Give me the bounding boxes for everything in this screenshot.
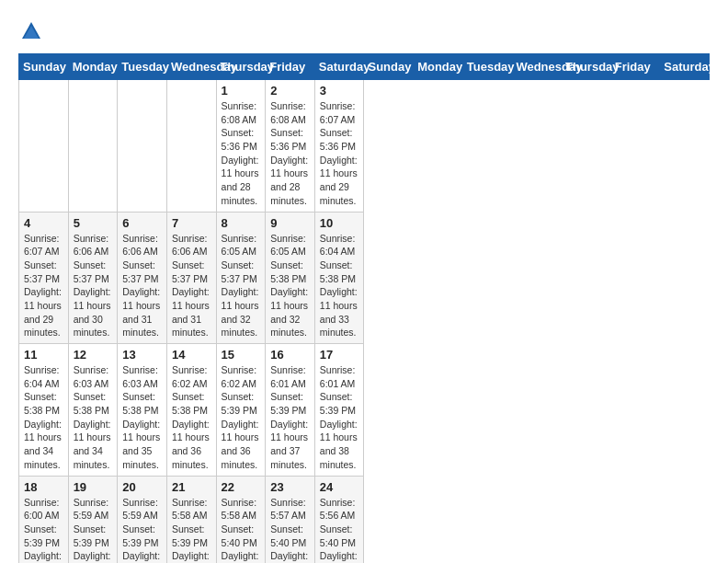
day-number: 9 [270, 216, 310, 230]
calendar-cell: 12Sunrise: 6:03 AM Sunset: 5:38 PM Dayli… [68, 344, 118, 477]
calendar-cell: 23Sunrise: 5:57 AM Sunset: 5:40 PM Dayli… [266, 476, 315, 563]
calendar-cell: 11Sunrise: 6:04 AM Sunset: 5:38 PM Dayli… [19, 344, 69, 477]
day-number: 18 [24, 480, 63, 494]
column-header-thursday: Thursday [562, 54, 611, 80]
day-info: Sunrise: 6:04 AM Sunset: 5:38 PM Dayligh… [24, 363, 63, 472]
day-number: 10 [320, 216, 359, 230]
column-header-wednesday: Wednesday [166, 54, 216, 80]
calendar-cell: 24Sunrise: 5:56 AM Sunset: 5:40 PM Dayli… [314, 476, 364, 563]
day-number: 2 [270, 84, 310, 98]
calendar-cell: 15Sunrise: 6:02 AM Sunset: 5:39 PM Dayli… [216, 344, 266, 477]
day-number: 16 [270, 348, 310, 362]
day-number: 7 [172, 216, 211, 230]
day-info: Sunrise: 6:01 AM Sunset: 5:39 PM Dayligh… [270, 363, 310, 472]
page-header [18, 18, 710, 44]
calendar-cell: 1Sunrise: 6:08 AM Sunset: 5:36 PM Daylig… [216, 80, 266, 213]
day-number: 17 [320, 348, 359, 362]
day-number: 13 [122, 348, 162, 362]
column-header-friday: Friday [266, 54, 315, 80]
calendar-cell: 8Sunrise: 6:05 AM Sunset: 5:37 PM Daylig… [216, 212, 266, 344]
day-info: Sunrise: 6:07 AM Sunset: 5:37 PM Dayligh… [24, 232, 63, 340]
column-header-tuesday: Tuesday [118, 54, 167, 80]
calendar-cell: 16Sunrise: 6:01 AM Sunset: 5:39 PM Dayli… [266, 344, 315, 477]
calendar-cell [68, 80, 118, 213]
day-info: Sunrise: 6:08 AM Sunset: 5:36 PM Dayligh… [270, 99, 310, 208]
calendar-cell: 9Sunrise: 6:05 AM Sunset: 5:38 PM Daylig… [266, 212, 315, 344]
column-header-sunday: Sunday [19, 54, 69, 80]
calendar-week-row: 1Sunrise: 6:08 AM Sunset: 5:36 PM Daylig… [19, 80, 710, 213]
calendar-cell: 10Sunrise: 6:04 AM Sunset: 5:38 PM Dayli… [314, 212, 364, 344]
logo-icon [18, 18, 44, 44]
column-header-wednesday: Wednesday [512, 54, 562, 80]
column-header-friday: Friday [610, 54, 660, 80]
column-header-thursday: Thursday [216, 54, 266, 80]
day-info: Sunrise: 6:06 AM Sunset: 5:37 PM Dayligh… [122, 232, 162, 340]
column-header-monday: Monday [68, 54, 118, 80]
day-info: Sunrise: 6:03 AM Sunset: 5:38 PM Dayligh… [74, 363, 113, 472]
calendar-week-row: 4Sunrise: 6:07 AM Sunset: 5:37 PM Daylig… [19, 212, 710, 344]
day-info: Sunrise: 6:06 AM Sunset: 5:37 PM Dayligh… [74, 232, 113, 340]
column-header-sunday: Sunday [364, 54, 414, 80]
day-info: Sunrise: 6:07 AM Sunset: 5:36 PM Dayligh… [320, 99, 359, 208]
calendar-cell: 22Sunrise: 5:58 AM Sunset: 5:40 PM Dayli… [216, 476, 266, 563]
day-number: 4 [24, 216, 63, 230]
day-info: Sunrise: 6:05 AM Sunset: 5:37 PM Dayligh… [222, 232, 261, 340]
day-number: 15 [222, 348, 261, 362]
calendar-cell: 6Sunrise: 6:06 AM Sunset: 5:37 PM Daylig… [118, 212, 167, 344]
day-number: 14 [172, 348, 211, 362]
day-info: Sunrise: 5:58 AM Sunset: 5:39 PM Dayligh… [172, 496, 211, 564]
column-header-monday: Monday [414, 54, 463, 80]
day-number: 3 [320, 84, 359, 98]
calendar-cell [19, 80, 69, 213]
calendar-header-row: SundayMondayTuesdayWednesdayThursdayFrid… [19, 54, 710, 80]
calendar-cell: 13Sunrise: 6:03 AM Sunset: 5:38 PM Dayli… [118, 344, 167, 477]
column-header-saturday: Saturday [314, 54, 364, 80]
calendar-cell: 17Sunrise: 6:01 AM Sunset: 5:39 PM Dayli… [314, 344, 364, 477]
calendar-cell: 2Sunrise: 6:08 AM Sunset: 5:36 PM Daylig… [266, 80, 315, 213]
day-info: Sunrise: 6:02 AM Sunset: 5:39 PM Dayligh… [222, 363, 261, 472]
calendar-cell: 21Sunrise: 5:58 AM Sunset: 5:39 PM Dayli… [166, 476, 216, 563]
day-number: 5 [74, 216, 113, 230]
calendar-table: SundayMondayTuesdayWednesdayThursdayFrid… [18, 53, 710, 563]
calendar-cell [118, 80, 167, 213]
day-number: 24 [320, 480, 359, 494]
day-number: 19 [74, 480, 113, 494]
day-info: Sunrise: 6:03 AM Sunset: 5:38 PM Dayligh… [122, 363, 162, 472]
calendar-cell [166, 80, 216, 213]
calendar-cell: 19Sunrise: 5:59 AM Sunset: 5:39 PM Dayli… [68, 476, 118, 563]
day-info: Sunrise: 5:57 AM Sunset: 5:40 PM Dayligh… [270, 496, 310, 564]
day-info: Sunrise: 6:00 AM Sunset: 5:39 PM Dayligh… [24, 496, 63, 564]
day-info: Sunrise: 6:02 AM Sunset: 5:38 PM Dayligh… [172, 363, 211, 472]
day-info: Sunrise: 6:06 AM Sunset: 5:37 PM Dayligh… [172, 232, 211, 340]
day-info: Sunrise: 6:08 AM Sunset: 5:36 PM Dayligh… [222, 99, 261, 208]
day-number: 8 [222, 216, 261, 230]
calendar-cell: 4Sunrise: 6:07 AM Sunset: 5:37 PM Daylig… [19, 212, 69, 344]
calendar-cell: 14Sunrise: 6:02 AM Sunset: 5:38 PM Dayli… [166, 344, 216, 477]
day-info: Sunrise: 5:56 AM Sunset: 5:40 PM Dayligh… [320, 496, 359, 564]
calendar-cell: 7Sunrise: 6:06 AM Sunset: 5:37 PM Daylig… [166, 212, 216, 344]
day-number: 21 [172, 480, 211, 494]
calendar-cell: 5Sunrise: 6:06 AM Sunset: 5:37 PM Daylig… [68, 212, 118, 344]
day-number: 22 [222, 480, 261, 494]
day-number: 12 [74, 348, 113, 362]
column-header-tuesday: Tuesday [462, 54, 512, 80]
day-number: 23 [270, 480, 310, 494]
calendar-week-row: 11Sunrise: 6:04 AM Sunset: 5:38 PM Dayli… [19, 344, 710, 477]
day-number: 20 [122, 480, 162, 494]
day-number: 11 [24, 348, 63, 362]
day-info: Sunrise: 6:01 AM Sunset: 5:39 PM Dayligh… [320, 363, 359, 472]
calendar-cell: 18Sunrise: 6:00 AM Sunset: 5:39 PM Dayli… [19, 476, 69, 563]
day-info: Sunrise: 5:58 AM Sunset: 5:40 PM Dayligh… [222, 496, 261, 564]
calendar-cell: 3Sunrise: 6:07 AM Sunset: 5:36 PM Daylig… [314, 80, 364, 213]
day-info: Sunrise: 5:59 AM Sunset: 5:39 PM Dayligh… [74, 496, 113, 564]
day-number: 6 [122, 216, 162, 230]
day-info: Sunrise: 6:04 AM Sunset: 5:38 PM Dayligh… [320, 232, 359, 340]
day-number: 1 [222, 84, 261, 98]
logo [18, 18, 48, 44]
calendar-week-row: 18Sunrise: 6:00 AM Sunset: 5:39 PM Dayli… [19, 476, 710, 563]
calendar-cell: 20Sunrise: 5:59 AM Sunset: 5:39 PM Dayli… [118, 476, 167, 563]
day-info: Sunrise: 5:59 AM Sunset: 5:39 PM Dayligh… [122, 496, 162, 564]
column-header-saturday: Saturday [660, 54, 710, 80]
day-info: Sunrise: 6:05 AM Sunset: 5:38 PM Dayligh… [270, 232, 310, 340]
